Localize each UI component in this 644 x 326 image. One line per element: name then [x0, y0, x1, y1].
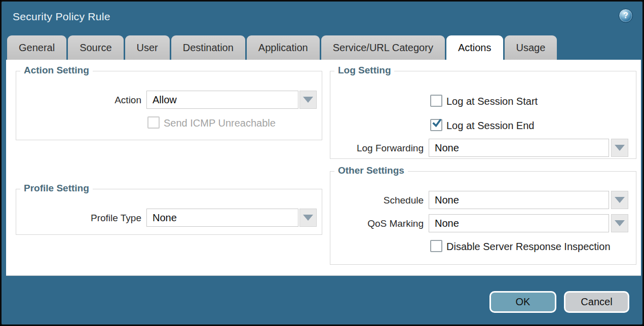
log-at-session-start-label: Log at Session Start — [446, 96, 538, 107]
disable-server-response-inspection-checkbox[interactable] — [430, 240, 442, 252]
profile-type-dropdown-button[interactable] — [299, 209, 317, 227]
help-icon[interactable]: ? — [619, 9, 633, 23]
tab-application[interactable]: Application — [247, 35, 320, 60]
schedule-dropdown[interactable]: None — [429, 191, 609, 209]
log-at-session-end-checkbox[interactable] — [430, 119, 442, 131]
tab-general[interactable]: General — [7, 35, 66, 60]
tab-service-url-category[interactable]: Service/URL Category — [321, 35, 445, 60]
profile-setting-legend: Profile Setting — [20, 183, 93, 194]
tab-destination[interactable]: Destination — [171, 35, 245, 60]
other-settings-group: Other Settings Schedule None QoS Marking… — [330, 171, 636, 265]
qos-marking-dropdown-button[interactable] — [611, 214, 628, 232]
action-dropdown-button[interactable] — [299, 91, 317, 109]
log-at-session-start-checkbox[interactable] — [430, 95, 442, 107]
chevron-down-icon — [303, 215, 313, 221]
send-icmp-unreachable-label: Send ICMP Unreachable — [164, 117, 276, 129]
send-icmp-unreachable-checkbox — [147, 116, 160, 129]
check-icon — [432, 117, 441, 130]
dialog-title: Security Policy Rule — [13, 11, 110, 23]
action-dropdown[interactable]: Allow — [146, 91, 298, 109]
qos-marking-label: QoS Marking — [330, 218, 424, 229]
cancel-button[interactable]: Cancel — [564, 291, 629, 313]
log-forwarding-dropdown[interactable]: None — [429, 139, 609, 157]
chevron-down-icon — [615, 145, 625, 151]
tab-user[interactable]: User — [125, 35, 170, 60]
ok-button[interactable]: OK — [489, 291, 556, 313]
action-setting-group: Action Setting Action Allow Send ICMP Un… — [16, 71, 322, 140]
other-settings-legend: Other Settings — [334, 165, 408, 176]
log-setting-group: Log Setting Log at Session Start Log at … — [330, 71, 636, 159]
tab-source[interactable]: Source — [68, 35, 123, 60]
security-policy-rule-dialog: Security Policy Rule ? General Source Us… — [0, 0, 644, 326]
chevron-down-icon — [615, 220, 625, 226]
log-forwarding-label: Log Forwarding — [330, 143, 424, 154]
chevron-down-icon — [303, 97, 313, 103]
help-icon-glyph: ? — [623, 11, 628, 20]
profile-type-label: Profile Type — [16, 213, 141, 224]
action-label: Action — [16, 95, 141, 106]
qos-marking-dropdown[interactable]: None — [429, 214, 609, 232]
tab-bar: General Source User Destination Applicat… — [7, 35, 557, 60]
action-setting-legend: Action Setting — [20, 65, 93, 76]
log-setting-legend: Log Setting — [334, 65, 394, 76]
profile-type-dropdown[interactable]: None — [146, 209, 298, 227]
schedule-label: Schedule — [330, 195, 424, 206]
actions-tab-panel: Action Setting Action Allow Send ICMP Un… — [6, 60, 641, 276]
log-at-session-end-label: Log at Session End — [446, 120, 534, 132]
tab-usage[interactable]: Usage — [505, 35, 557, 60]
disable-server-response-inspection-label: Disable Server Response Inspection — [446, 241, 611, 253]
chevron-down-icon — [615, 197, 625, 203]
tab-actions[interactable]: Actions — [446, 35, 503, 60]
schedule-dropdown-button[interactable] — [611, 191, 628, 209]
profile-setting-group: Profile Setting Profile Type None — [16, 189, 322, 235]
log-forwarding-dropdown-button[interactable] — [611, 139, 628, 157]
